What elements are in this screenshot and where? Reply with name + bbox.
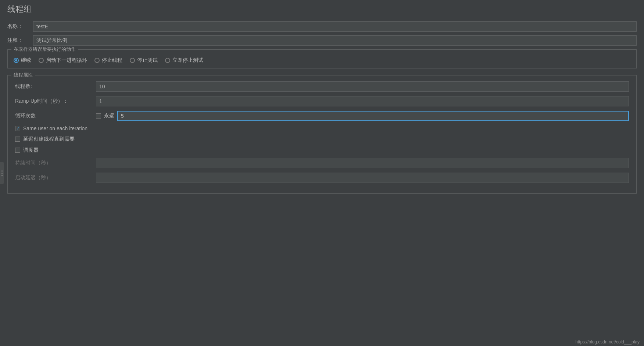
scheduler-label: 调度器: [23, 147, 39, 153]
thread-count-row: 线程数:: [15, 81, 629, 92]
same-user-row: ✓ Same user on each iteration: [15, 126, 629, 131]
same-user-label: Same user on each iteration: [23, 126, 87, 131]
ramp-up-row: Ramp-Up时间（秒）：: [15, 96, 629, 106]
page-container: 线程组 名称： 注释： 在取样器错误后要执行的动作 继续 启动下一进程循环 停止…: [0, 0, 644, 208]
radio-continue[interactable]: 继续: [14, 57, 31, 64]
radio-label-stop-now: 立即停止测试: [172, 57, 203, 64]
name-row: 名称：: [7, 21, 637, 32]
radio-stop-thread[interactable]: 停止线程: [94, 57, 122, 64]
forever-row: 永远: [96, 111, 629, 121]
duration-row: 持续时间（秒）: [15, 158, 629, 168]
radio-circle-start-next: [39, 58, 44, 63]
startup-delay-input[interactable]: [96, 173, 629, 183]
scheduler-row: 调度器: [15, 147, 629, 153]
startup-delay-row: 启动延迟（秒）: [15, 173, 629, 183]
radio-stop-test[interactable]: 停止测试: [130, 57, 158, 64]
same-user-checkmark: ✓: [16, 127, 19, 131]
sampler-error-label: 在取样器错误后要执行的动作: [11, 46, 78, 53]
thread-count-input[interactable]: [96, 81, 629, 92]
ramp-up-label: Ramp-Up时间（秒）：: [15, 98, 96, 105]
loop-count-label: 循环次数: [15, 113, 96, 119]
name-input[interactable]: [33, 21, 637, 32]
loop-count-input[interactable]: [117, 111, 629, 121]
delay-create-checkbox[interactable]: [15, 137, 20, 142]
duration-label: 持续时间（秒）: [15, 160, 96, 166]
comment-label: 注释：: [7, 37, 33, 44]
thread-props-section: 线程属性 线程数: Ramp-Up时间（秒）： 循环次数 永远 ✓ Same u…: [7, 75, 637, 194]
radio-label-stop-thread: 停止线程: [102, 57, 122, 64]
bottom-url: https://blog.csdn.net/cold___play: [575, 339, 640, 345]
duration-input[interactable]: [96, 158, 629, 168]
radio-label-stop-test: 停止测试: [137, 57, 158, 64]
delay-create-label: 延迟创建线程直到需要: [23, 136, 75, 142]
forever-checkbox[interactable]: [96, 113, 101, 119]
radio-circle-continue: [14, 58, 19, 63]
thread-props-label: 线程属性: [11, 72, 35, 78]
radio-label-continue: 继续: [21, 57, 31, 64]
startup-delay-label: 启动延迟（秒）: [15, 174, 96, 181]
delay-create-row: 延迟创建线程直到需要: [15, 136, 629, 142]
radio-circle-stop-now: [165, 58, 170, 63]
radio-start-next[interactable]: 启动下一进程循环: [39, 57, 87, 64]
sampler-error-section: 在取样器错误后要执行的动作 继续 启动下一进程循环 停止线程 停止测试: [7, 49, 637, 68]
page-title: 线程组: [7, 4, 637, 15]
comment-input[interactable]: [33, 35, 637, 46]
sampler-error-options: 继续 启动下一进程循环 停止线程 停止测试 立即停止测试: [14, 57, 630, 64]
radio-circle-stop-test: [130, 58, 135, 63]
comment-row: 注释：: [7, 35, 637, 46]
thread-count-label: 线程数:: [15, 83, 96, 90]
forever-label: 永远: [104, 113, 114, 119]
loop-count-row: 循环次数 永远: [15, 111, 629, 121]
bottom-bar: https://blog.csdn.net/cold___play: [571, 338, 644, 346]
scheduler-checkbox[interactable]: [15, 148, 20, 153]
radio-stop-now[interactable]: 立即停止测试: [165, 57, 203, 64]
same-user-checkbox[interactable]: ✓: [15, 126, 20, 131]
name-label: 名称：: [7, 23, 33, 30]
ramp-up-input[interactable]: [96, 96, 629, 106]
radio-label-start-next: 启动下一进程循环: [46, 57, 87, 64]
radio-circle-stop-thread: [94, 58, 100, 63]
